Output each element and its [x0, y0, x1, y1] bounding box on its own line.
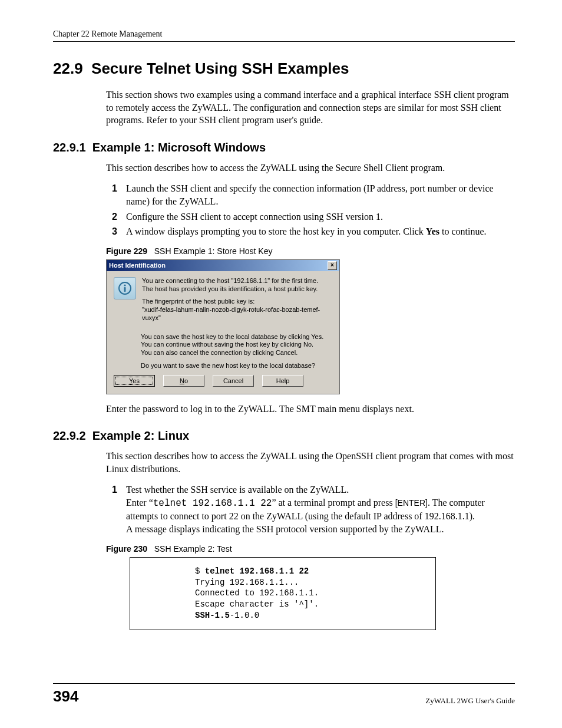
- subsection-2-number: 22.9.2: [53, 429, 86, 442]
- step3-tail: to continue.: [439, 226, 487, 236]
- section-number: 22.9: [53, 60, 83, 77]
- step-number: 1: [112, 182, 117, 195]
- terminal-output: $ telnet 192.168.1.1 22 Trying 192.168.1…: [130, 557, 436, 630]
- subsection-2-title: Example 2: Linux: [92, 429, 190, 442]
- sub1-after-figure: Enter the password to log in to the ZyWA…: [106, 403, 515, 416]
- list-item: 3A window displays prompting you to stor…: [112, 225, 515, 238]
- close-icon[interactable]: ×: [328, 261, 337, 270]
- dialog-line: You can also cancel the connection by cl…: [141, 349, 297, 356]
- figure-229-caption-text: SSH Example 1: Store Host Key: [154, 246, 273, 256]
- dialog-line: The host has provided you its identifica…: [142, 285, 318, 292]
- page-footer: 394 ZyWALL 2WG User's Guide: [53, 683, 515, 706]
- dialog-line: You can save the host key to the local d…: [141, 333, 323, 340]
- dialog-title: Host Identification: [109, 262, 166, 269]
- yes-button-tail: es: [133, 377, 140, 384]
- step-text: A window displays prompting you to store…: [126, 226, 426, 236]
- list-item: 1 Test whether the SSH service is availa…: [112, 483, 515, 535]
- info-icon: [114, 277, 136, 299]
- chapter-header: Chapter 22 Remote Management: [53, 29, 515, 39]
- subsection-1-number: 22.9.1: [53, 141, 86, 154]
- terminal-line: Escape character is '^]'.: [195, 599, 427, 610]
- ssh-version-bold: SSH-1.5: [195, 611, 230, 620]
- dialog-button-row: Yes No Cancel Help: [114, 375, 332, 387]
- figure-229-label: Figure 229: [106, 246, 147, 256]
- step-number: 1: [112, 483, 117, 496]
- enter-mid: ” at a terminal prompt and press: [272, 498, 395, 508]
- header-rule: [53, 41, 515, 42]
- subsection-1-title: Example 1: Microsoft Windows: [92, 141, 266, 154]
- terminal-prompt: $: [195, 566, 205, 576]
- ssh-version-msg: A message displays indicating the SSH pr…: [126, 524, 444, 534]
- figure-230-label: Figure 230: [106, 544, 147, 554]
- sub1-steps: 1Launch the SSH client and specify the c…: [112, 182, 515, 238]
- figure-230-caption-text: SSH Example 2: Test: [154, 544, 232, 554]
- figure-229-caption: Figure 229 SSH Example 1: Store Host Key: [106, 246, 515, 256]
- no-button[interactable]: No: [163, 375, 204, 387]
- section-title-text: Secure Telnet Using SSH Examples: [91, 60, 349, 77]
- dialog-fingerprint: "xudif-felas-lahum-nalin-nozob-digyk-rot…: [142, 306, 320, 321]
- step-text: Test whether the SSH service is availabl…: [126, 485, 349, 495]
- svg-rect-2: [124, 287, 126, 292]
- enter-key: [ENTER]: [395, 498, 428, 508]
- dialog-titlebar: Host Identification ×: [107, 260, 339, 271]
- dialog-text-block-2: You can save the host key to the local d…: [141, 333, 332, 370]
- subsection-1-heading: 22.9.1 Example 1: Microsoft Windows: [53, 141, 515, 154]
- dialog-line: The fingerprint of the host public key i…: [142, 298, 254, 305]
- host-identification-dialog: Host Identification × You are connecting…: [106, 259, 340, 394]
- yes-button[interactable]: Yes: [114, 375, 155, 387]
- page-number: 394: [53, 687, 78, 706]
- step-text: Launch the SSH client and specify the co…: [126, 183, 494, 206]
- dialog-text-block-1: You are connecting to the host "192.168.…: [142, 277, 332, 327]
- dialog-body: You are connecting to the host "192.168.…: [107, 271, 339, 394]
- figure-230-caption: Figure 230 SSH Example 2: Test: [106, 544, 515, 554]
- section-intro: This section shows two examples using a …: [106, 88, 515, 127]
- sub2-steps: 1 Test whether the SSH service is availa…: [112, 483, 515, 535]
- svg-point-1: [124, 284, 125, 286]
- step-number: 2: [112, 210, 117, 223]
- list-item: 1Launch the SSH client and specify the c…: [112, 182, 515, 207]
- guide-name: ZyWALL 2WG User's Guide: [425, 696, 515, 706]
- terminal-line: Trying 192.168.1.1...: [195, 577, 427, 588]
- terminal-command: telnet 192.168.1.1 22: [205, 566, 309, 576]
- cancel-button[interactable]: Cancel: [213, 375, 254, 387]
- ssh-version-tail: -1.0.0: [230, 611, 259, 620]
- step-number: 3: [112, 225, 117, 238]
- step3-bold: Yes: [426, 226, 439, 236]
- terminal-line: Connected to 192.168.1.1.: [195, 588, 427, 599]
- dialog-question: Do you want to save the new host key to …: [141, 362, 332, 370]
- no-button-tail: o: [184, 377, 188, 384]
- enter-prefix: Enter “: [126, 498, 153, 508]
- subsection-2-heading: 22.9.2 Example 2: Linux: [53, 429, 515, 443]
- list-item: 2Configure the SSH client to accept conn…: [112, 210, 515, 223]
- dialog-line: You can continue without saving the host…: [141, 341, 313, 348]
- section-heading: 22.9 Secure Telnet Using SSH Examples: [53, 60, 515, 78]
- step-text: Configure the SSH client to accept conne…: [126, 212, 383, 222]
- sub1-intro: This section describes how to access the…: [106, 162, 515, 174]
- footer-rule: [53, 683, 515, 684]
- dialog-line: You are connecting to the host "192.168.…: [142, 277, 318, 284]
- sub2-intro: This section describes how to access the…: [106, 450, 515, 475]
- telnet-command: telnet 192.168.1.1 22: [153, 498, 272, 509]
- help-button[interactable]: Help: [262, 375, 303, 387]
